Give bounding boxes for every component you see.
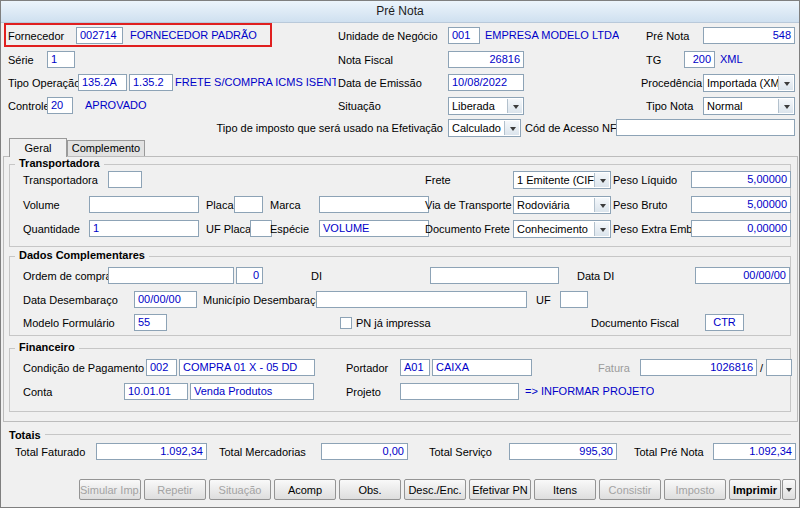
- situacao-button[interactable]: Situação: [209, 479, 271, 500]
- tipo-imposto-select[interactable]: Calculado: [448, 119, 521, 137]
- condicao-pagamento-name-field[interactable]: COMPRA 01 X - 05 DD: [179, 359, 315, 376]
- peso-bruto-label: Peso Bruto: [613, 197, 667, 214]
- uf-field[interactable]: [560, 291, 588, 308]
- documento-frete-select[interactable]: Conhecimento: [513, 220, 611, 238]
- financeiro-group-title: Financeiro: [15, 341, 79, 354]
- more-actions-button[interactable]: [782, 479, 796, 500]
- imposto-button[interactable]: Imposto: [664, 479, 726, 500]
- procedencia-select[interactable]: Importada (XML): [703, 74, 795, 92]
- tipo-operacao-desc-value: FRETE S/COMPRA ICMS ISENTO E IPI SU: [175, 74, 336, 91]
- total-pre-nota-label: Total Pré Nota: [634, 444, 704, 461]
- ordem-compra-field[interactable]: [108, 267, 234, 284]
- desc-enc-button[interactable]: Desc./Enc.: [404, 479, 466, 500]
- ordem-compra-label: Ordem de compra: [23, 268, 112, 285]
- title-bar[interactable]: Pré Nota: [1, 1, 799, 23]
- pn-ja-impressa-checkbox[interactable]: [340, 317, 352, 329]
- total-mercadorias-field[interactable]: 0,00: [321, 443, 408, 460]
- peso-bruto-field[interactable]: 5,00000: [691, 196, 791, 213]
- projeto-hint-value: => INFORMAR PROJETO: [525, 383, 654, 400]
- data-desembaraco-field[interactable]: 00/00/00: [134, 291, 197, 308]
- chevron-down-icon: [513, 105, 519, 109]
- unidade-negocio-code-field[interactable]: 001: [448, 27, 480, 44]
- projeto-field[interactable]: [400, 383, 519, 400]
- frete-value: 1 Emitente (CIF): [517, 174, 598, 186]
- municipio-desembaraco-field[interactable]: [316, 291, 527, 308]
- municipio-desembaraco-label: Município Desembaraço: [203, 292, 322, 309]
- data-di-field[interactable]: 00/00/00: [695, 267, 790, 284]
- via-transporte-select[interactable]: Rodoviária: [513, 196, 611, 214]
- fatura-field[interactable]: 1026816: [640, 359, 757, 376]
- consistir-button[interactable]: Consistir: [599, 479, 661, 500]
- portador-code-field[interactable]: A01: [400, 359, 430, 376]
- condicao-pagamento-code-field[interactable]: 002: [146, 359, 177, 376]
- total-servico-field[interactable]: 995,30: [509, 443, 617, 460]
- tipo-operacao-label: Tipo Operação: [8, 75, 80, 92]
- imprimir-button[interactable]: Imprimir: [729, 479, 781, 500]
- chevron-down-icon: [510, 127, 516, 131]
- unidade-negocio-name-value: EMPRESA MODELO LTDA: [485, 27, 619, 44]
- repetir-button[interactable]: Repetir: [144, 479, 206, 500]
- fornecedor-code-field[interactable]: 002714: [76, 27, 123, 44]
- total-pre-nota-field[interactable]: 1.092,34: [713, 443, 796, 460]
- tipo-operacao-code2-field[interactable]: 1.35.2: [129, 74, 173, 91]
- cod-acesso-nfe-label: Cód de Acesso NFe: [525, 120, 623, 137]
- procedencia-value: Importada (XML): [707, 77, 790, 89]
- tg-code-field[interactable]: 200: [684, 51, 715, 68]
- di-label: DI: [311, 268, 322, 285]
- acomp-button[interactable]: Acomp: [274, 479, 336, 500]
- obs-button[interactable]: Obs.: [339, 479, 401, 500]
- fornecedor-label: Fornecedor: [8, 28, 64, 45]
- conta-code-field[interactable]: 10.01.01: [124, 383, 188, 400]
- controle-field[interactable]: 20: [47, 97, 73, 114]
- simular-imp-button[interactable]: Simular Imp.: [79, 479, 141, 500]
- conta-name-field[interactable]: Venda Produtos: [190, 383, 314, 400]
- pre-nota-field[interactable]: 548: [703, 27, 795, 44]
- financeiro-group: [9, 348, 791, 412]
- documento-frete-value: Conhecimento: [517, 223, 588, 235]
- conta-label: Conta: [23, 384, 52, 401]
- unidade-negocio-label: Unidade de Negócio: [338, 28, 438, 45]
- placa-field[interactable]: [234, 196, 263, 213]
- itens-button[interactable]: Itens: [534, 479, 596, 500]
- transportadora-group-title: Transportadora: [15, 157, 104, 170]
- tipo-operacao-code1-field[interactable]: 135.2A: [78, 74, 127, 91]
- portador-name-field[interactable]: CAIXA: [432, 359, 532, 376]
- fatura-parcela-field[interactable]: [766, 359, 792, 376]
- tab-complemento[interactable]: Complemento: [67, 140, 145, 156]
- transportadora-field[interactable]: [108, 171, 142, 188]
- placa-label: Placa: [206, 197, 234, 214]
- efetivar-pn-button[interactable]: Efetivar PN: [469, 479, 531, 500]
- quantidade-label: Quantidade: [23, 221, 80, 238]
- quantidade-field[interactable]: 1: [89, 220, 199, 237]
- situacao-select[interactable]: Liberada: [448, 97, 524, 115]
- via-transporte-label: Via de Transporte: [425, 197, 512, 214]
- marca-field[interactable]: [319, 196, 429, 213]
- peso-extra-field[interactable]: 0,00000: [691, 220, 791, 237]
- nota-fiscal-field[interactable]: 26816: [448, 51, 524, 68]
- volume-field[interactable]: [89, 196, 199, 213]
- uf-placa-label: UF Placa: [206, 221, 251, 238]
- modelo-formulario-field[interactable]: 55: [134, 314, 167, 331]
- situacao-value: Liberada: [452, 100, 495, 112]
- data-desembaraco-label: Data Desembaraço: [23, 292, 118, 309]
- di-field[interactable]: [430, 267, 559, 284]
- fatura-separator: /: [760, 360, 763, 377]
- controle-label: Controle: [8, 98, 50, 115]
- documento-fiscal-field[interactable]: CTR: [705, 314, 744, 331]
- ordem-compra-numero-field[interactable]: 0: [236, 267, 263, 284]
- uf-placa-field[interactable]: [250, 220, 272, 237]
- data-emissao-field[interactable]: 10/08/2022: [448, 74, 524, 91]
- peso-liquido-field[interactable]: 5,00000: [691, 171, 791, 188]
- chevron-down-icon: [784, 105, 790, 109]
- situacao-label: Situação: [338, 98, 381, 115]
- documento-fiscal-label: Documento Fiscal: [591, 315, 679, 332]
- tab-geral[interactable]: Geral: [9, 138, 67, 157]
- tipo-nota-select[interactable]: Normal: [703, 97, 795, 115]
- serie-field[interactable]: 1: [47, 51, 75, 68]
- tipo-imposto-value: Calculado: [452, 122, 501, 134]
- tipo-imposto-label: Tipo de imposto que será usado na Efetiv…: [217, 120, 443, 137]
- cod-acesso-nfe-field[interactable]: [616, 119, 795, 136]
- total-faturado-field[interactable]: 1.092,34: [96, 443, 207, 460]
- frete-select[interactable]: 1 Emitente (CIF): [513, 171, 611, 189]
- especie-field[interactable]: VOLUME: [319, 220, 429, 237]
